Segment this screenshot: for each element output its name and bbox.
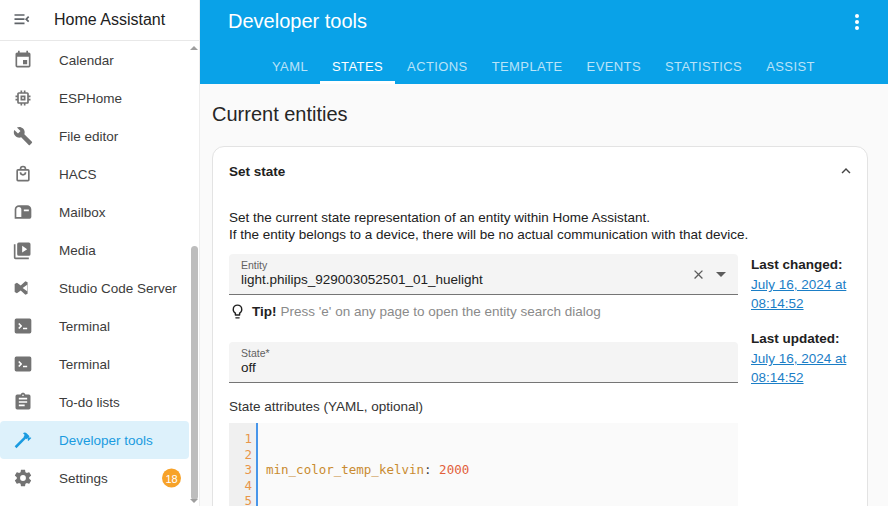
last-updated-label: Last updated: bbox=[751, 331, 851, 346]
tip-label: Tip! bbox=[252, 304, 277, 319]
description-line: Set the current state representation of … bbox=[229, 209, 851, 226]
sidebar-item-hacs[interactable]: HACS bbox=[0, 155, 189, 193]
play-box-icon bbox=[13, 240, 33, 260]
set-state-form: Entity light.philips_929003052501_01_hue… bbox=[229, 254, 851, 506]
tab-statistics[interactable]: STATISTICS bbox=[653, 49, 754, 84]
sidebar-item-label: To-do lists bbox=[59, 395, 120, 410]
section-heading: Current entities bbox=[212, 103, 348, 126]
sidebar: Home Assistant Calendar ESPHome File edi… bbox=[0, 0, 200, 506]
entity-tip: Tip! Press 'e' on any page to open the e… bbox=[229, 303, 738, 320]
sidebar-item-file-editor[interactable]: File editor bbox=[0, 117, 189, 155]
attributes-label: State attributes (YAML, optional) bbox=[229, 399, 738, 414]
terminal-icon bbox=[13, 354, 33, 374]
last-updated-link[interactable]: July 16, 2024 at 08:14:52 bbox=[751, 349, 851, 387]
clear-icon[interactable] bbox=[691, 267, 706, 282]
dropdown-caret-icon[interactable] bbox=[716, 272, 726, 277]
state-field[interactable]: State* off bbox=[229, 342, 738, 383]
line-number: 2 bbox=[229, 447, 252, 463]
code-line: min_color_temp_kelvin: 2000 bbox=[266, 462, 469, 478]
sidebar-item-label: Studio Code Server bbox=[59, 281, 177, 296]
line-number: 5 bbox=[229, 493, 252, 506]
sidebar-scrollbar[interactable] bbox=[191, 246, 198, 500]
sidebar-item-terminal-1[interactable]: Terminal bbox=[0, 307, 189, 345]
chevron-up-icon[interactable] bbox=[835, 160, 857, 182]
tab-bar: YAML STATES ACTIONS TEMPLATE EVENTS STAT… bbox=[260, 49, 827, 84]
tab-template[interactable]: TEMPLATE bbox=[480, 49, 575, 84]
card-title: Set state bbox=[229, 164, 285, 179]
sidebar-item-studio-code-server[interactable]: Studio Code Server bbox=[0, 269, 189, 307]
set-state-card: Set state Set the current state represen… bbox=[212, 146, 868, 506]
last-changed-link[interactable]: July 16, 2024 at 08:14:52 bbox=[751, 275, 851, 313]
main-content: Current entities Set state Set the curre… bbox=[200, 84, 888, 506]
editor-line-numbers: 1 2 3 4 5 bbox=[229, 423, 256, 506]
entity-field-value: light.philips_929003052501_01_huelight bbox=[241, 271, 726, 288]
sidebar-nav: Calendar ESPHome File editor HACS Mailbo… bbox=[0, 41, 189, 497]
calendar-icon bbox=[13, 50, 33, 70]
tab-actions[interactable]: ACTIONS bbox=[395, 49, 480, 84]
sidebar-item-todo-lists[interactable]: To-do lists bbox=[0, 383, 189, 421]
sidebar-item-label: Settings bbox=[59, 471, 108, 486]
editor-content: min_color_temp_kelvin: 2000 max_color_te… bbox=[258, 423, 469, 506]
tab-states[interactable]: STATES bbox=[320, 49, 395, 84]
sidebar-item-label: HACS bbox=[59, 167, 97, 182]
sidebar-item-label: File editor bbox=[59, 129, 118, 144]
sidebar-scroll-up-icon[interactable] bbox=[190, 46, 198, 50]
sidebar-item-label: ESPHome bbox=[59, 91, 122, 106]
yaml-editor[interactable]: 1 2 3 4 5 min_color_temp_kelvin: 2000 ma… bbox=[229, 423, 738, 506]
entity-field-label: Entity bbox=[241, 259, 726, 271]
shopping-bag-icon bbox=[13, 164, 33, 184]
sidebar-item-calendar[interactable]: Calendar bbox=[0, 41, 189, 79]
terminal-icon bbox=[13, 316, 33, 336]
sidebar-item-developer-tools[interactable]: Developer tools bbox=[0, 421, 189, 459]
description-line: If the entity belongs to a device, there… bbox=[229, 226, 851, 243]
entity-field[interactable]: Entity light.philips_929003052501_01_hue… bbox=[229, 254, 738, 295]
tab-yaml[interactable]: YAML bbox=[260, 49, 320, 84]
sidebar-item-media[interactable]: Media bbox=[0, 231, 189, 269]
sidebar-item-mailbox[interactable]: Mailbox bbox=[0, 193, 189, 231]
card-header: Set state bbox=[213, 147, 867, 182]
sidebar-item-label: Terminal bbox=[59, 357, 110, 372]
sidebar-item-label: Media bbox=[59, 243, 96, 258]
gear-icon bbox=[13, 468, 33, 488]
state-field-value: off bbox=[241, 359, 726, 376]
vscode-icon bbox=[13, 278, 33, 298]
line-number: 1 bbox=[229, 431, 252, 447]
sidebar-item-settings[interactable]: Settings 18 bbox=[0, 459, 189, 497]
sidebar-item-label: Developer tools bbox=[59, 433, 153, 448]
sidebar-header: Home Assistant bbox=[0, 0, 199, 41]
page-title: Developer tools bbox=[228, 10, 367, 33]
tip-text: Press 'e' on any page to open the entity… bbox=[281, 304, 601, 319]
sidebar-scroll-down-icon[interactable] bbox=[190, 499, 198, 503]
tab-assist[interactable]: ASSIST bbox=[754, 49, 827, 84]
hammer-icon bbox=[13, 430, 33, 450]
sidebar-collapse-icon[interactable] bbox=[0, 10, 44, 30]
sidebar-item-label: Terminal bbox=[59, 319, 110, 334]
chip-icon bbox=[13, 88, 33, 108]
clipboard-list-icon bbox=[13, 392, 33, 412]
settings-notification-badge: 18 bbox=[162, 469, 181, 488]
state-field-label: State* bbox=[241, 347, 726, 359]
sidebar-item-label: Calendar bbox=[59, 53, 114, 68]
wrench-icon bbox=[13, 126, 33, 146]
sidebar-item-label: Mailbox bbox=[59, 205, 106, 220]
line-number: 4 bbox=[229, 478, 252, 494]
sidebar-item-esphome[interactable]: ESPHome bbox=[0, 79, 189, 117]
app-header: Developer tools YAML STATES ACTIONS TEMP… bbox=[200, 0, 888, 84]
app-title: Home Assistant bbox=[54, 11, 165, 29]
line-number: 3 bbox=[229, 462, 252, 478]
lightbulb-icon bbox=[229, 303, 246, 320]
card-description: Set the current state representation of … bbox=[229, 209, 851, 243]
mailbox-icon bbox=[13, 202, 33, 222]
tab-events[interactable]: EVENTS bbox=[575, 49, 653, 84]
overflow-menu-icon[interactable] bbox=[848, 13, 866, 31]
entity-timestamps: Last changed: July 16, 2024 at 08:14:52 … bbox=[751, 254, 851, 506]
last-changed-label: Last changed: bbox=[751, 257, 851, 272]
sidebar-item-terminal-2[interactable]: Terminal bbox=[0, 345, 189, 383]
